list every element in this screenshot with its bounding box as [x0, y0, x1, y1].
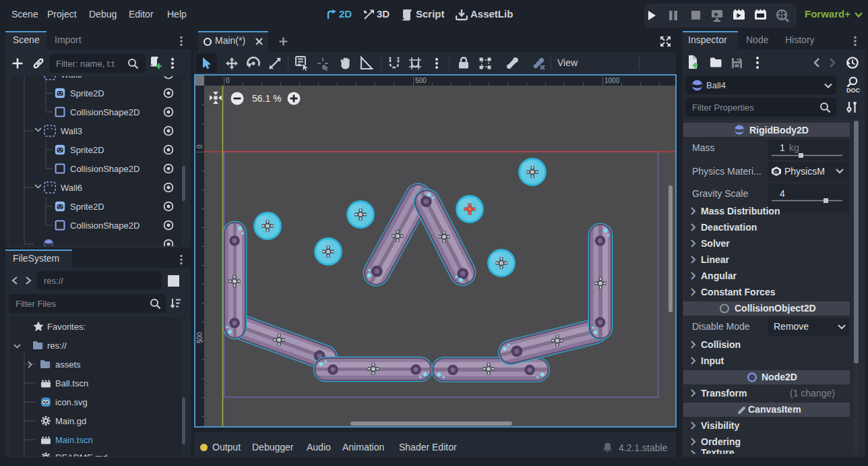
svg-text:icon.svg: icon.svg	[55, 397, 88, 407]
svg-text:0: 0	[226, 77, 230, 84]
svg-text:Remove: Remove	[774, 321, 809, 332]
svg-text:Sprite2D: Sprite2D	[70, 145, 104, 155]
svg-text:Constant Forces: Constant Forces	[701, 287, 776, 297]
svg-text:Sprite2D: Sprite2D	[70, 88, 104, 98]
svg-text:Mass: Mass	[692, 142, 714, 153]
svg-text:500: 500	[196, 332, 204, 343]
svg-text:Node2D: Node2D	[762, 372, 797, 382]
svg-text:(1 change): (1 change)	[790, 388, 835, 399]
svg-text:1: 1	[780, 142, 785, 153]
svg-text:CanvasItem: CanvasItem	[748, 404, 801, 415]
svg-text:Sprite2D: Sprite2D	[70, 202, 104, 212]
svg-text:Main.tscn: Main.tscn	[55, 435, 93, 445]
svg-text:DOC: DOC	[846, 87, 861, 94]
svg-text:README.md: README.md	[55, 453, 107, 457]
svg-text:CollisionShape2D: CollisionShape2D	[70, 221, 140, 231]
svg-text:Collision: Collision	[701, 339, 741, 350]
svg-text:CollisionShape2D: CollisionShape2D	[70, 107, 140, 117]
svg-text:4: 4	[780, 188, 785, 199]
svg-text:Disable Mode: Disable Mode	[692, 321, 750, 332]
svg-text:Angular: Angular	[701, 270, 737, 281]
svg-text:56.1 %: 56.1 %	[252, 93, 282, 104]
svg-text:Transform: Transform	[701, 388, 747, 399]
svg-text:Ordering: Ordering	[701, 436, 741, 447]
svg-text:Wall3: Wall3	[61, 126, 82, 136]
svg-text:Texture: Texture	[701, 447, 735, 454]
svg-text:1000: 1000	[604, 77, 620, 84]
svg-text:Wall6: Wall6	[61, 183, 82, 193]
svg-text:500: 500	[415, 77, 427, 84]
svg-text:CollisionShape2D: CollisionShape2D	[70, 164, 140, 174]
svg-text:0: 0	[196, 144, 204, 148]
svg-text:Ball.tscn: Ball.tscn	[55, 378, 88, 388]
svg-text:RigidBody2D: RigidBody2D	[749, 125, 809, 136]
svg-text:Mass Distribution: Mass Distribution	[701, 206, 780, 216]
svg-text:Input: Input	[701, 355, 724, 366]
svg-text:Solver: Solver	[701, 238, 730, 249]
svg-text:CollisionObject2D: CollisionObject2D	[735, 303, 816, 314]
svg-text:Deactivation: Deactivation	[701, 222, 757, 233]
svg-text:Physics Materi...: Physics Materi...	[692, 166, 762, 177]
svg-text:Linear: Linear	[701, 254, 730, 265]
svg-text:PhysicsM: PhysicsM	[784, 166, 825, 177]
svg-text:assets: assets	[55, 359, 81, 370]
svg-text:Wall5: Wall5	[61, 76, 82, 80]
svg-text:Visibility: Visibility	[701, 420, 740, 431]
svg-text:Favorites:: Favorites:	[47, 322, 86, 332]
svg-text:res://: res://	[47, 341, 67, 351]
svg-text:Gravity Scale: Gravity Scale	[692, 188, 748, 199]
svg-text:Main.gd: Main.gd	[55, 416, 86, 426]
svg-text:kg: kg	[789, 142, 799, 153]
